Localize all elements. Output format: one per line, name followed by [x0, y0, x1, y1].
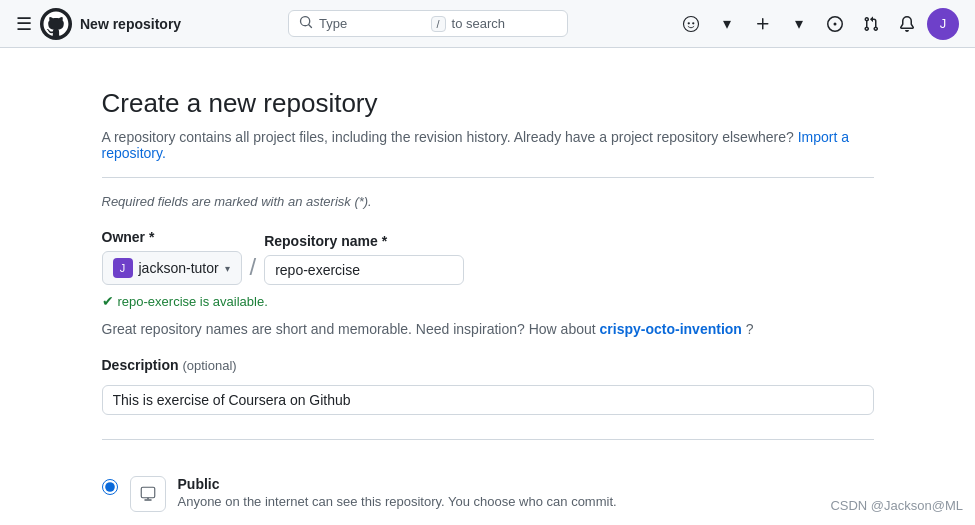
svg-point-1 [684, 16, 699, 31]
repo-name-input[interactable] [264, 255, 464, 285]
description-group: Description (optional) [102, 357, 874, 415]
svg-rect-6 [147, 498, 149, 500]
visibility-section: Public Anyone on the internet can see th… [102, 464, 874, 525]
owner-select[interactable]: J jackson-tutor ▾ [102, 251, 242, 285]
owner-label: Owner * [102, 229, 242, 245]
top-navbar: ☰ New repository Type / to search ▾ ▾ [0, 0, 975, 48]
owner-dropdown-arrow-icon: ▾ [225, 263, 230, 274]
description-label: Description (optional) [102, 357, 874, 373]
inspiration-text: Great repository names are short and mem… [102, 321, 874, 337]
availability-message: ✔ repo-exercise is available. [102, 293, 874, 309]
chevron-down-icon: ▾ [723, 14, 731, 33]
hamburger-icon[interactable]: ☰ [16, 13, 32, 35]
search-icon [299, 15, 313, 32]
header-right-icons: ▾ ▾ J [675, 8, 959, 40]
public-option-text: Public Anyone on the internet can see th… [178, 476, 874, 509]
search-kbd-shortcut: / [431, 16, 446, 32]
issues-button[interactable] [819, 8, 851, 40]
search-bar[interactable]: Type / to search [288, 10, 568, 37]
svg-point-2 [688, 22, 690, 24]
check-circle-icon: ✔ [102, 293, 114, 309]
public-desc: Anyone on the internet can see this repo… [178, 494, 874, 509]
visibility-divider [102, 439, 874, 440]
owner-value: jackson-tutor [139, 260, 219, 276]
required-note: Required fields are marked with an aster… [102, 194, 874, 209]
search-suffix-text: to search [452, 16, 557, 31]
watermark-text: CSDN @Jackson@ML [830, 498, 963, 513]
description-optional: (optional) [182, 358, 236, 373]
pullrequest-button[interactable] [855, 8, 887, 40]
copilot-button[interactable] [675, 8, 707, 40]
owner-repo-row: Owner * J jackson-tutor ▾ / Repository n… [102, 229, 874, 285]
header-left: ☰ New repository [16, 8, 181, 40]
public-radio[interactable] [102, 479, 118, 495]
description-input[interactable] [102, 385, 874, 415]
svg-rect-4 [141, 487, 155, 498]
copilot-dropdown-button[interactable]: ▾ [711, 8, 743, 40]
slash-separator: / [250, 253, 257, 285]
user-avatar[interactable]: J [927, 8, 959, 40]
repo-name-group: Repository name * [264, 233, 464, 285]
subtitle-text: A repository contains all project files,… [102, 129, 874, 161]
search-prefix-text: Type [319, 16, 424, 31]
public-label: Public [178, 476, 874, 492]
plus-dropdown-button[interactable]: ▾ [783, 8, 815, 40]
public-icon [130, 476, 166, 512]
main-content: Create a new repository A repository con… [78, 48, 898, 525]
availability-text: repo-exercise is available. [118, 294, 268, 309]
chevron-down-icon-2: ▾ [795, 14, 803, 33]
subtitle-divider [102, 177, 874, 178]
owner-avatar-icon: J [113, 258, 133, 278]
notifications-button[interactable] [891, 8, 923, 40]
public-option: Public Anyone on the internet can see th… [102, 464, 874, 524]
inspiration-link[interactable]: crispy-octo-invention [600, 321, 742, 337]
plus-button[interactable] [747, 8, 779, 40]
repo-name-label: Repository name * [264, 233, 464, 249]
owner-group: Owner * J jackson-tutor ▾ [102, 229, 242, 285]
page-title: Create a new repository [102, 88, 874, 119]
github-logo-icon [40, 8, 72, 40]
svg-rect-5 [144, 499, 152, 501]
svg-point-3 [692, 22, 694, 24]
page-header-title: New repository [80, 16, 181, 32]
header-search-area: Type / to search [189, 10, 667, 37]
